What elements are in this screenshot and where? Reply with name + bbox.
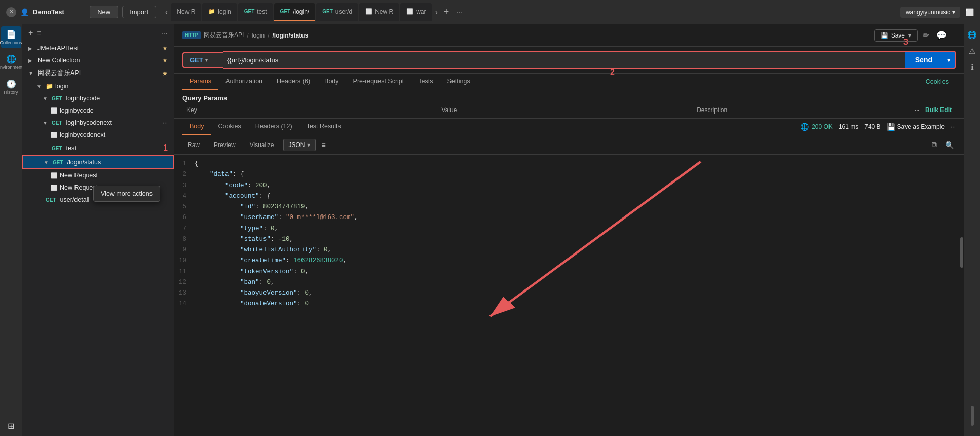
search-response-btn[interactable]: 🔍	[943, 139, 956, 151]
history-label: History	[4, 90, 18, 95]
item-login-status[interactable]: ▼ GET /login/status	[22, 155, 174, 169]
sidebar-item-history[interactable]: 🕐 History	[1, 76, 21, 98]
code-line-14: 14 "donateVersion": 0	[174, 299, 964, 309]
panel-more-icon[interactable]: ···	[162, 29, 168, 37]
chevron-down-icon: ▼	[28, 70, 35, 76]
environments-label: Environments	[0, 65, 25, 70]
send-button[interactable]: Send	[905, 51, 943, 69]
folder-login-label: login	[55, 83, 168, 90]
maximize-request-button[interactable]	[952, 33, 956, 38]
context-menu-popup: View more actions	[93, 186, 160, 202]
right-warn-btn[interactable]: ⚠	[967, 45, 977, 58]
response-time: 161 ms	[839, 123, 858, 130]
tab-tests[interactable]: Tests	[411, 74, 440, 90]
format-bar: Raw Preview Visualize JSON ▾ ≡ ⧉ 🔍	[174, 135, 964, 155]
view-more-actions-label[interactable]: View more actions	[101, 190, 153, 197]
breadcrumb-api-name[interactable]: 网易云音乐API	[204, 31, 244, 40]
breadcrumb-bar: HTTP 网易云音乐API / login / /login/status 💾 …	[174, 24, 964, 47]
item-loginbycodenext-req[interactable]: ⬜ loginbycodenext	[22, 129, 174, 141]
left-sidebar-icons: 📄 Collections 🌐 Environments 🕐 History ⊞	[0, 24, 22, 436]
json-format-select[interactable]: JSON ▾	[283, 139, 316, 151]
format-visualize-btn[interactable]: Visualize	[245, 139, 279, 151]
url-input-wrapper	[223, 51, 905, 69]
response-tabs-bar: Body Cookies Headers (12) Test Results 🌐…	[174, 119, 964, 135]
item-loginbycodenext[interactable]: ▼ GET loginbycodenext ···	[22, 117, 174, 129]
import-button[interactable]: Import	[122, 6, 156, 18]
maximize-button[interactable]: ⬜	[963, 6, 976, 18]
filter-icon[interactable]: ≡	[37, 29, 41, 37]
collection-wangyiyun[interactable]: ▼ 网易云音乐API ★	[22, 66, 174, 80]
annotation-3: 3	[903, 38, 908, 47]
send-dropdown-button[interactable]: ▾	[943, 51, 956, 69]
tab-pre-request[interactable]: Pre-request Script	[346, 74, 411, 90]
tab-new-r[interactable]: New R	[171, 3, 201, 21]
query-params-title: Query Params	[182, 94, 956, 102]
workspace-selector[interactable]: wangyiyunmusic ▾	[900, 7, 960, 18]
tab-nav-prev[interactable]: ‹	[163, 8, 170, 17]
edit-button[interactable]: ✏	[921, 28, 931, 42]
resp-more-icon[interactable]: ···	[951, 123, 956, 130]
new-button[interactable]: New	[90, 6, 118, 18]
vertical-scrollbar[interactable]	[960, 227, 964, 436]
add-tab-button[interactable]: +	[441, 7, 453, 17]
params-more-icon[interactable]: ···	[915, 107, 919, 113]
save-example-label[interactable]: Save as Example	[897, 123, 945, 130]
tab-get-test[interactable]: GET test	[238, 3, 273, 21]
collection-jmeter[interactable]: ▶ JMeterAPITest ★	[22, 42, 174, 54]
tab-authorization[interactable]: Authorization	[218, 74, 270, 90]
tab-headers[interactable]: Headers (6)	[270, 74, 317, 90]
sidebar-item-environments[interactable]: 🌐 Environments	[1, 51, 21, 73]
tab-params[interactable]: Params	[182, 74, 218, 90]
item-test[interactable]: GET test 1	[22, 141, 174, 155]
col-description: Description	[693, 104, 909, 116]
tab-nav-next[interactable]: ›	[433, 8, 439, 17]
format-raw-btn[interactable]: Raw	[182, 139, 205, 151]
resize-handle[interactable]	[971, 406, 974, 426]
url-input[interactable]	[227, 56, 901, 64]
tab-new-r2[interactable]: ⬜ New R	[359, 3, 399, 21]
item-new-req-1[interactable]: ⬜ New Request	[22, 169, 174, 181]
tab-war[interactable]: ⬜ war	[400, 3, 432, 21]
resp-tab-body[interactable]: Body	[182, 119, 211, 135]
tab-login[interactable]: 📁 login	[202, 3, 237, 21]
json-label: JSON	[289, 141, 305, 149]
method-selector[interactable]: GET ▾	[182, 52, 223, 68]
tab-new-r-label: New R	[177, 8, 195, 15]
cookies-link[interactable]: Cookies	[919, 74, 956, 89]
right-info-btn[interactable]: ℹ	[969, 61, 976, 74]
copy-response-btn[interactable]: ⧉	[930, 138, 939, 151]
tab-settings[interactable]: Settings	[440, 74, 477, 90]
response-status: 200 OK	[812, 123, 833, 130]
tab-body[interactable]: Body	[317, 74, 346, 90]
tab-get-user-d[interactable]: GET user/d	[316, 3, 358, 21]
comment-button[interactable]: 💬	[934, 28, 949, 42]
sidebar-item-collections[interactable]: 📄 Collections	[1, 26, 21, 48]
bulk-edit-link[interactable]: Bulk Edit	[925, 106, 952, 114]
main-content: HTTP 网易云音乐API / login / /login/status 💾 …	[174, 24, 964, 436]
chevron-right-icon: ▶	[28, 58, 35, 63]
right-globe-btn[interactable]: 🌐	[965, 28, 979, 42]
more-tabs-button[interactable]: ···	[453, 8, 465, 16]
more-actions-icon[interactable]: ···	[163, 119, 168, 126]
resp-tab-headers[interactable]: Headers (12)	[248, 119, 299, 135]
app-title: DemoTest	[33, 8, 64, 16]
collections-label: Collections	[0, 40, 22, 45]
breadcrumb-folder[interactable]: login	[252, 32, 265, 39]
collection-new[interactable]: ▶ New Collection ★	[22, 54, 174, 66]
sidebar-item-mock[interactable]: ⊞	[1, 418, 21, 434]
close-button[interactable]: ✕	[6, 7, 16, 17]
format-preview-btn[interactable]: Preview	[209, 139, 241, 151]
code-view: 1 { 2 "data": { 3 "code": 200, 4	[174, 155, 964, 436]
annotation-1: 1	[163, 143, 168, 153]
add-collection-icon[interactable]: +	[28, 28, 33, 38]
tab-get-test-label: test	[257, 8, 267, 15]
item-loginbycodenext-label: loginbycodenext	[66, 119, 161, 126]
resp-tab-cookies[interactable]: Cookies	[211, 119, 248, 135]
item-loginbycode[interactable]: ▼ GET loginbycode	[22, 92, 174, 104]
save-button[interactable]: 💾 Save ▾	[874, 29, 918, 42]
folder-login[interactable]: ▼ 📁 login	[22, 80, 174, 92]
tab-get-login-status[interactable]: GET /login/	[274, 3, 316, 21]
item-loginbycode-req[interactable]: ⬜ loginbycode	[22, 104, 174, 117]
format-wrap-btn[interactable]: ≡	[320, 139, 328, 151]
resp-tab-test-results[interactable]: Test Results	[299, 119, 348, 135]
